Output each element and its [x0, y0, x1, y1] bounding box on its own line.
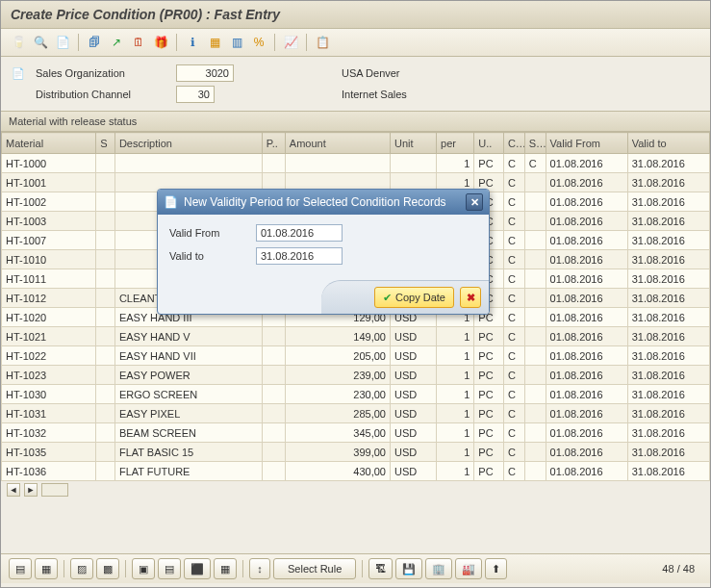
scroll-track[interactable]	[41, 483, 68, 497]
cell-from[interactable]: 01.08.2016	[546, 346, 627, 366]
table-row[interactable]: HT-1021EASY HAND V149,00USD1PCC01.08.201…	[2, 327, 710, 346]
cell-s[interactable]	[96, 289, 115, 308]
toolbar-calendar-icon[interactable]: 🗓	[129, 33, 148, 52]
cell-material[interactable]: HT-1007	[2, 231, 96, 250]
cell-to[interactable]: 31.08.2016	[627, 423, 709, 443]
cell-material[interactable]: HT-1012	[2, 289, 96, 308]
table-row[interactable]: HT-1031EASY PIXEL285,00USD1PCC01.08.2016…	[2, 404, 710, 423]
toolbar-new-icon[interactable]: 📋	[313, 33, 332, 52]
scroll-right-button[interactable]: ►	[24, 483, 38, 497]
cell-from[interactable]: 01.08.2016	[546, 154, 627, 173]
cell-from[interactable]: 01.08.2016	[546, 404, 627, 423]
cell-s[interactable]	[96, 423, 115, 443]
cell-sx[interactable]	[524, 462, 546, 481]
cell-from[interactable]: 01.08.2016	[546, 308, 627, 327]
cell-desc[interactable]: ERGO SCREEN	[114, 385, 262, 404]
cell-sx[interactable]	[524, 327, 546, 346]
cell-from[interactable]: 01.08.2016	[546, 231, 627, 250]
dialog-valid-from-input[interactable]	[256, 224, 343, 242]
cell-sx[interactable]	[524, 308, 546, 327]
cell-from[interactable]: 01.08.2016	[546, 423, 627, 443]
dialog-valid-to-input[interactable]	[256, 247, 343, 265]
cell-sx[interactable]	[524, 385, 546, 404]
cell-to[interactable]: 31.08.2016	[627, 462, 709, 481]
table-row[interactable]: HT-1036FLAT FUTURE430,00USD1PCC01.08.201…	[2, 462, 710, 481]
dialog-close-button[interactable]: ✕	[466, 193, 483, 211]
cell-sx[interactable]	[524, 404, 546, 423]
cell-p[interactable]	[262, 462, 285, 481]
cell-p[interactable]	[262, 154, 285, 173]
cell-s[interactable]	[96, 269, 115, 289]
cell-s[interactable]	[96, 192, 115, 212]
col-valid-to[interactable]: Valid to	[627, 133, 709, 154]
cell-c[interactable]: C	[503, 423, 524, 443]
cell-from[interactable]: 01.08.2016	[546, 269, 627, 289]
cell-amount[interactable]: 239,00	[285, 366, 390, 385]
cell-unit[interactable]: USD	[390, 423, 436, 443]
scroll-left-button[interactable]: ◄	[7, 483, 20, 497]
cell-to[interactable]: 31.08.2016	[627, 231, 709, 250]
cell-sx[interactable]	[524, 366, 546, 385]
cell-per[interactable]: 1	[437, 366, 474, 385]
col-amount[interactable]: Amount	[285, 133, 390, 154]
cell-unit[interactable]: USD	[390, 443, 436, 462]
col-s[interactable]: S	[96, 133, 115, 154]
toolbar-chart-icon[interactable]: 📈	[281, 33, 300, 52]
cell-to[interactable]: 31.08.2016	[627, 308, 709, 327]
cell-p[interactable]	[262, 346, 285, 366]
cell-to[interactable]: 31.08.2016	[627, 192, 709, 212]
col-material[interactable]: Material	[2, 133, 96, 154]
footer-btn-9[interactable]: ↕	[249, 558, 270, 579]
cell-to[interactable]: 31.08.2016	[627, 289, 709, 308]
cell-unit[interactable]: USD	[390, 404, 436, 423]
cell-unit[interactable]: USD	[390, 462, 436, 481]
cell-unit[interactable]: USD	[390, 385, 436, 404]
cell-s[interactable]	[96, 231, 115, 250]
dialog-titlebar[interactable]: 📄 New Validity Period for Selected Condi…	[158, 190, 489, 215]
cell-material[interactable]: HT-1021	[2, 327, 96, 346]
cell-u[interactable]: PC	[474, 443, 504, 462]
cell-material[interactable]: HT-1035	[2, 443, 96, 462]
cell-per[interactable]: 1	[437, 443, 474, 462]
sales-org-input[interactable]	[176, 64, 234, 82]
cell-from[interactable]: 01.08.2016	[546, 366, 627, 385]
cell-u[interactable]: PC	[474, 366, 504, 385]
cell-from[interactable]: 01.08.2016	[546, 173, 627, 192]
toolbar-gift-icon[interactable]: 🎁	[151, 33, 170, 52]
cell-to[interactable]: 31.08.2016	[627, 154, 709, 173]
cell-s[interactable]	[96, 327, 115, 346]
cell-material[interactable]: HT-1000	[2, 154, 96, 173]
cell-material[interactable]: HT-1030	[2, 385, 96, 404]
cell-material[interactable]: HT-1032	[2, 423, 96, 443]
cell-material[interactable]: HT-1020	[2, 308, 96, 327]
cell-c[interactable]: C	[503, 250, 524, 269]
cell-sx[interactable]	[524, 192, 546, 212]
footer-btn-1[interactable]: ▤	[9, 558, 32, 579]
cell-c[interactable]: C	[503, 385, 524, 404]
cell-from[interactable]: 01.08.2016	[546, 289, 627, 308]
toolbar-percent-icon[interactable]: %	[249, 33, 268, 52]
cell-u[interactable]: PC	[474, 462, 504, 481]
cell-s[interactable]	[96, 154, 115, 173]
footer-btn-13[interactable]: 🏭	[455, 558, 482, 579]
cell-c[interactable]: C	[503, 231, 524, 250]
table-row[interactable]: HT-1035FLAT BASIC 15399,00USD1PCC01.08.2…	[2, 443, 710, 462]
cell-p[interactable]	[262, 443, 285, 462]
toolbar-copy-icon[interactable]: 🗐	[85, 33, 104, 52]
col-valid-from[interactable]: Valid From	[546, 133, 627, 154]
cell-material[interactable]: HT-1003	[2, 212, 96, 231]
cell-p[interactable]	[262, 327, 285, 346]
cell-sx[interactable]	[524, 269, 546, 289]
footer-btn-5[interactable]: ▣	[132, 558, 155, 579]
cell-c[interactable]: C	[503, 308, 524, 327]
cell-amount[interactable]: 149,00	[285, 327, 390, 346]
cell-desc[interactable]: EASY POWER	[114, 366, 262, 385]
cell-to[interactable]: 31.08.2016	[627, 269, 709, 289]
cell-sx[interactable]	[524, 250, 546, 269]
cell-s[interactable]	[96, 366, 115, 385]
toolbar-btn-1[interactable]: 🥛	[9, 33, 28, 52]
cell-material[interactable]: HT-1002	[2, 192, 96, 212]
cell-amount[interactable]	[285, 154, 390, 173]
col-per[interactable]: per	[437, 133, 474, 154]
footer-btn-8[interactable]: ▦	[214, 558, 237, 579]
